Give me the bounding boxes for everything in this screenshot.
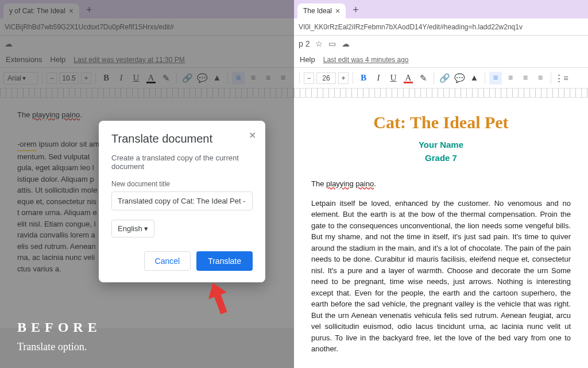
caption-heading: BEFORE — [17, 320, 102, 335]
dialog-actions: Cancel Translate — [111, 251, 253, 271]
insert-image-button[interactable]: ▲ — [468, 72, 481, 85]
align-right-button[interactable]: ≡ — [519, 72, 532, 85]
font-size-decrease[interactable]: − — [304, 72, 314, 84]
new-tab-button[interactable]: + — [349, 4, 362, 18]
move-icon[interactable]: ▭ — [328, 39, 336, 48]
browser-tabbar-right: The Ideal × + — [294, 0, 588, 18]
caption-sub: Translate option. — [17, 341, 102, 353]
language-select[interactable]: English ▾ — [111, 220, 154, 237]
align-center-button[interactable]: ≡ — [504, 72, 517, 85]
font-size-increase[interactable]: + — [338, 72, 349, 84]
dialog-description: Create a translated copy of the current … — [111, 154, 253, 171]
italic-button[interactable]: I — [372, 72, 385, 85]
translate-button[interactable]: Translate — [196, 251, 253, 271]
highlight-button[interactable]: ✎ — [417, 72, 430, 85]
text-color-button[interactable]: A — [402, 72, 415, 85]
bold-button[interactable]: B — [357, 72, 370, 85]
chevron-down-icon: ▾ — [144, 224, 148, 233]
dialog-title: Translate document — [111, 132, 253, 145]
browser-tab[interactable]: The Ideal × — [297, 3, 346, 18]
byline-name: Your Name — [311, 139, 571, 152]
byline-grade: Grade 7 — [311, 152, 571, 165]
underline-button[interactable]: U — [387, 72, 400, 85]
font-size-input[interactable]: 26 — [316, 72, 336, 84]
line-spacing-button[interactable]: ⋮≡ — [555, 72, 568, 85]
ruler — [294, 89, 588, 98]
insert-comment-button[interactable]: 💬 — [453, 72, 466, 85]
doc-title: Cat: The Ideal Pet — [311, 109, 571, 135]
intro-line: The playying paino. — [311, 178, 571, 190]
doc-short-name: p 2 — [299, 39, 310, 48]
insert-link-button[interactable]: 🔗 — [438, 72, 451, 85]
close-icon[interactable]: × — [335, 6, 340, 16]
close-icon[interactable]: ✕ — [249, 130, 256, 141]
tab-title: The Ideal — [303, 7, 332, 15]
align-justify-button[interactable]: ≡ — [534, 72, 547, 85]
star-icon[interactable]: ☆ — [315, 39, 323, 48]
align-left-button[interactable]: ≡ — [489, 72, 502, 85]
new-title-input[interactable] — [111, 191, 253, 210]
document-canvas-right[interactable]: Cat: The Ideal Pet Your Name Grade 7 The… — [294, 98, 588, 368]
translate-dialog: Translate document ✕ Create a translated… — [99, 121, 265, 282]
last-edit-link[interactable]: Last edit was 4 minutes ago — [323, 56, 409, 64]
caption-left: BEFORE Translate option. — [17, 320, 102, 353]
menu-help[interactable]: Help — [300, 55, 315, 64]
body-paragraph: Letpain itself be loved, enhanced by the… — [311, 198, 571, 355]
dialog-field-label: New document title — [111, 180, 253, 188]
arrow-annotation — [203, 282, 234, 316]
doc-titlebar: p 2 ☆ ▭ ☁ — [294, 36, 588, 52]
address-bar[interactable]: VI0l_KK0rRzEal2iIRzFebmn7bXAodD14Y/edit#… — [294, 18, 588, 36]
cloud-icon[interactable]: ☁ — [342, 39, 350, 48]
menubar-right: Help Last edit was 4 minutes ago — [294, 52, 588, 68]
svg-marker-0 — [204, 282, 233, 316]
toolbar-right: − 26 + B I U A ✎ 🔗 💬 ▲ ≡ ≡ ≡ ≡ ⋮≡ — [294, 68, 588, 89]
cancel-button[interactable]: Cancel — [144, 251, 191, 271]
